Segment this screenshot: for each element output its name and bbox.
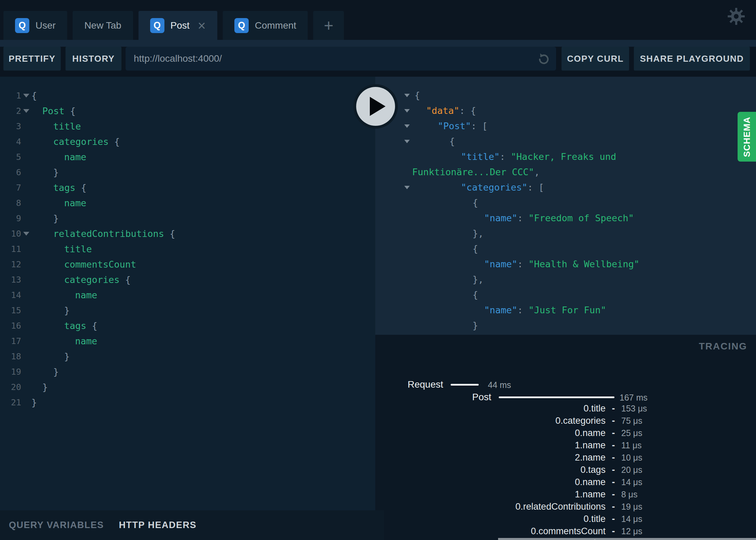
code-token: } bbox=[64, 351, 70, 362]
code-token: "name" bbox=[484, 213, 518, 223]
field-path: 1.name bbox=[375, 489, 606, 500]
code-token: { bbox=[120, 274, 131, 285]
line-number: 1 bbox=[0, 91, 21, 101]
editor-line: 8name bbox=[0, 195, 375, 211]
fold-arrow-icon[interactable] bbox=[404, 124, 410, 128]
editor-line: 6} bbox=[0, 165, 375, 180]
fold-arrow-icon[interactable] bbox=[404, 109, 410, 112]
response-row: }, bbox=[375, 272, 756, 287]
field-path: 0.name bbox=[375, 428, 606, 438]
fold-arrow-icon[interactable] bbox=[21, 94, 31, 97]
endpoint-url-input[interactable]: http://localhost:4000/ bbox=[126, 47, 556, 71]
field-duration: 11 μs bbox=[621, 440, 642, 450]
code-token: : bbox=[518, 305, 529, 315]
fold-arrow-icon[interactable] bbox=[404, 186, 410, 189]
field-path: 0.categories bbox=[375, 538, 606, 540]
code-token: "Just For Fun" bbox=[528, 305, 606, 315]
tab-post[interactable]: QPost× bbox=[139, 11, 217, 40]
execute-query-button[interactable] bbox=[353, 84, 398, 129]
field-path: 2.name bbox=[375, 452, 606, 463]
tracing-panel: TRACING Request44 msPost167 ms0.title-15… bbox=[375, 335, 756, 540]
tracing-span-row: Request44 ms bbox=[375, 379, 756, 391]
field-separator: - bbox=[606, 403, 621, 414]
span-duration-value: 167 ms bbox=[620, 393, 648, 403]
history-button[interactable]: HISTORY bbox=[66, 47, 121, 71]
close-tab-icon[interactable]: × bbox=[198, 19, 206, 32]
editor-line: 14name bbox=[0, 287, 375, 303]
line-number: 14 bbox=[0, 290, 21, 300]
field-duration: 14 μs bbox=[621, 477, 642, 487]
http-headers-tab[interactable]: HTTP HEADERS bbox=[119, 520, 197, 530]
tracing-field-row: 0.title-153 μs bbox=[375, 402, 756, 415]
fold-arrow-icon[interactable] bbox=[21, 232, 31, 236]
code-token: } bbox=[42, 382, 48, 392]
response-row: { bbox=[375, 287, 756, 302]
field-path: 0.title bbox=[375, 403, 606, 414]
code-text: { bbox=[31, 90, 37, 101]
code-token: name bbox=[64, 152, 86, 162]
query-variables-tab[interactable]: QUERY VARIABLES bbox=[9, 520, 104, 530]
fold-arrow-icon[interactable] bbox=[404, 94, 410, 97]
settings-gear-icon[interactable] bbox=[727, 7, 745, 25]
toolbar: PRETTIFY HISTORY http://localhost:4000/ … bbox=[0, 47, 756, 77]
line-number: 15 bbox=[0, 305, 21, 315]
code-text: } bbox=[31, 366, 59, 377]
schema-tab-label: SCHEMA bbox=[742, 117, 752, 157]
field-separator: - bbox=[606, 526, 621, 537]
tracing-field-row: 0.name-25 μs bbox=[375, 427, 756, 439]
code-token: "Health & Wellbeing" bbox=[528, 259, 639, 269]
code-token: Post bbox=[42, 106, 64, 116]
prettify-button[interactable]: PRETTIFY bbox=[3, 47, 61, 71]
editor-line: 11title bbox=[0, 241, 375, 257]
response-row: { bbox=[375, 88, 756, 103]
code-token: "name" bbox=[484, 305, 518, 315]
line-number: 18 bbox=[0, 351, 21, 361]
span-duration-value: 44 ms bbox=[488, 380, 511, 390]
tabs-container: QUserNew TabQPost×QComment+ bbox=[3, 11, 344, 40]
line-number: 4 bbox=[0, 137, 21, 147]
code-token: name bbox=[75, 290, 97, 300]
schema-tab[interactable]: SCHEMA bbox=[738, 112, 756, 162]
response-row: "title": "Hacker, Freaks und bbox=[375, 149, 756, 164]
tracing-field-row: 1.name-11 μs bbox=[375, 439, 756, 451]
field-path: 0.relatedContributions bbox=[375, 501, 606, 512]
code-token: { bbox=[31, 90, 37, 101]
code-text: } bbox=[31, 397, 37, 408]
tab-label: User bbox=[35, 20, 56, 31]
code-text: name bbox=[31, 152, 86, 162]
fold-arrow-icon[interactable] bbox=[404, 140, 410, 143]
line-number: 9 bbox=[0, 213, 21, 223]
code-token: name bbox=[75, 336, 97, 346]
line-number: 17 bbox=[0, 336, 21, 346]
tracing-span-row: Post167 ms bbox=[375, 392, 756, 403]
add-tab-button[interactable]: + bbox=[313, 11, 344, 40]
code-token: } bbox=[472, 320, 478, 331]
response-row: } bbox=[375, 318, 756, 333]
response-row: Funktionäre...Der CCC", bbox=[375, 164, 756, 180]
code-token: : bbox=[500, 151, 511, 162]
tab-label: Comment bbox=[255, 20, 296, 31]
fold-arrow-icon[interactable] bbox=[21, 109, 31, 113]
response-row: "categories": [ bbox=[375, 180, 756, 195]
editor-line: 9} bbox=[0, 211, 375, 226]
editor-footer-bar: QUERY VARIABLES HTTP HEADERS bbox=[0, 510, 384, 540]
line-number: 7 bbox=[0, 183, 21, 193]
field-duration: 12 μs bbox=[621, 526, 642, 536]
tab-new-tab[interactable]: New Tab bbox=[73, 11, 133, 40]
response-viewer: {"data": {"Post": [{"title": "Hacker, Fr… bbox=[375, 77, 756, 335]
code-token: { bbox=[64, 106, 76, 116]
query-type-badge: Q bbox=[234, 18, 249, 33]
editor-line: 15} bbox=[0, 303, 375, 318]
line-number: 5 bbox=[0, 152, 21, 162]
code-text: name bbox=[31, 336, 97, 346]
response-text: "name": "Health & Wellbeing" bbox=[484, 259, 639, 269]
tab-comment[interactable]: QComment bbox=[223, 11, 308, 40]
code-text: tags { bbox=[31, 320, 98, 331]
reload-schema-icon[interactable] bbox=[536, 51, 551, 66]
code-token: } bbox=[53, 213, 59, 224]
share-playground-button[interactable]: SHARE PLAYGROUND bbox=[634, 47, 750, 71]
field-separator: - bbox=[606, 440, 621, 451]
query-editor[interactable]: 1{2Post {3title4categories {5name6}7tags… bbox=[0, 77, 375, 510]
tab-user[interactable]: QUser bbox=[3, 11, 67, 40]
copy-curl-button[interactable]: COPY CURL bbox=[562, 47, 629, 71]
